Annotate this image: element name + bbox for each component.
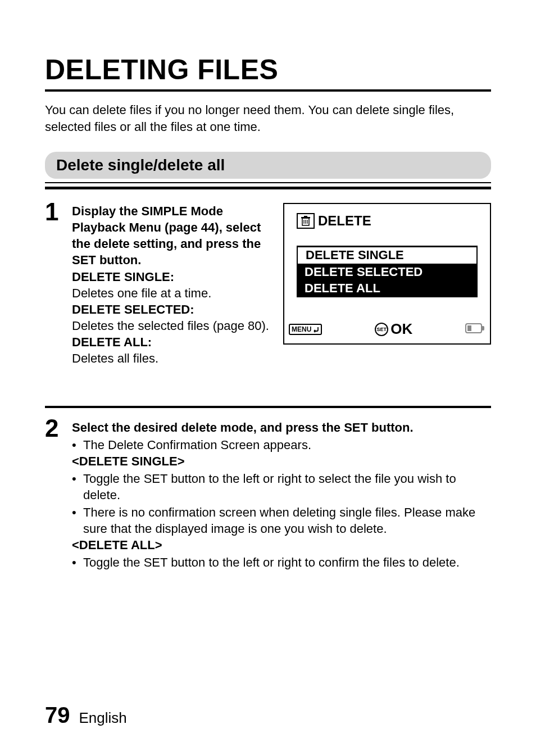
svg-rect-5 bbox=[304, 216, 307, 218]
step-1-opt2-title: DELETE SELECTED: bbox=[72, 301, 272, 318]
svg-rect-8 bbox=[467, 325, 471, 331]
section-heading: Delete single/delete all bbox=[45, 152, 491, 179]
page-language: English bbox=[79, 709, 127, 727]
bullet-dot: • bbox=[72, 437, 83, 453]
step-1-opt1-desc: Deletes one file at a time. bbox=[72, 285, 272, 301]
step-2-bullet-1: • The Delete Confirmation Screen appears… bbox=[72, 437, 491, 453]
menu-item-delete-selected[interactable]: DELETE SELECTED bbox=[297, 264, 478, 280]
screen-title: DELETE bbox=[318, 213, 371, 229]
step-2: 2 Select the desired delete mode, and pr… bbox=[45, 416, 491, 571]
menu-item-delete-all[interactable]: DELETE ALL bbox=[297, 280, 478, 297]
step-1-body: Display the SIMPLE Mode Playback Menu (p… bbox=[72, 200, 272, 366]
menu-back-button[interactable]: MENU bbox=[289, 324, 322, 335]
camera-screen: DELETE DELETE SINGLE DELETE SELECTED DEL… bbox=[283, 203, 491, 345]
step-2-sub2-b1-text: Toggle the SET button to the left or rig… bbox=[83, 554, 491, 571]
page-number: 79 bbox=[45, 703, 70, 728]
step-1-opt3-title: DELETE ALL: bbox=[72, 334, 272, 350]
step-1-opt2-desc: Deletes the selected files (page 80). bbox=[72, 318, 272, 334]
step-2-body: Select the desired delete mode, and pres… bbox=[72, 416, 491, 571]
delete-all-subhead: <DELETE ALL> bbox=[72, 537, 491, 553]
trash-icon bbox=[297, 213, 315, 229]
bullet-dot: • bbox=[72, 470, 83, 503]
step-divider bbox=[45, 406, 491, 408]
step-1: 1 Display the SIMPLE Mode Playback Menu … bbox=[45, 200, 491, 366]
step-2-sub1-bullet-1: • Toggle the SET button to the left or r… bbox=[72, 470, 491, 503]
step-1-number: 1 bbox=[45, 200, 72, 224]
svg-rect-7 bbox=[482, 326, 484, 331]
title-underline bbox=[45, 89, 491, 92]
step-1-opt1-title: DELETE SINGLE: bbox=[72, 269, 272, 285]
back-arrow-icon bbox=[312, 326, 319, 333]
step-2-instruction: Select the desired delete mode, and pres… bbox=[72, 419, 491, 436]
intro-text: You can delete files if you no longer ne… bbox=[45, 102, 491, 135]
screen-footer: MENU SET OK bbox=[289, 320, 485, 338]
page-title: DELETING FILES bbox=[45, 53, 491, 86]
ok-label: OK bbox=[390, 320, 412, 338]
menu-item-delete-single[interactable]: DELETE SINGLE bbox=[298, 247, 476, 264]
section-rule-thick bbox=[45, 187, 491, 189]
step-2-sub1-b1-text: Toggle the SET button to the left or rig… bbox=[83, 470, 491, 503]
step-1-opt3-desc: Deletes all files. bbox=[72, 350, 272, 366]
delete-single-subhead: <DELETE SINGLE> bbox=[72, 453, 491, 469]
screen-header: DELETE bbox=[297, 213, 371, 229]
section-rule-thin bbox=[45, 182, 491, 183]
battery-icon bbox=[465, 322, 485, 337]
set-icon: SET bbox=[375, 323, 388, 336]
step-2-number: 2 bbox=[45, 416, 72, 441]
ok-button[interactable]: SET OK bbox=[375, 320, 412, 338]
step-2-sub2-bullet-1: • Toggle the SET button to the left or r… bbox=[72, 554, 491, 571]
bullet-dot: • bbox=[72, 504, 83, 537]
step-2-sub1-b2-text: There is no confirmation screen when del… bbox=[83, 504, 491, 537]
step-1-instruction: Display the SIMPLE Mode Playback Menu (p… bbox=[72, 203, 272, 268]
bullet-dot: • bbox=[72, 554, 83, 571]
step-2-sub1-bullet-2: • There is no confirmation screen when d… bbox=[72, 504, 491, 537]
screen-menu: DELETE SINGLE DELETE SELECTED DELETE ALL bbox=[297, 246, 478, 297]
menu-label: MENU bbox=[292, 325, 311, 333]
page-footer: 79 English bbox=[45, 703, 127, 728]
step-2-bullet-1-text: The Delete Confirmation Screen appears. bbox=[83, 437, 491, 453]
